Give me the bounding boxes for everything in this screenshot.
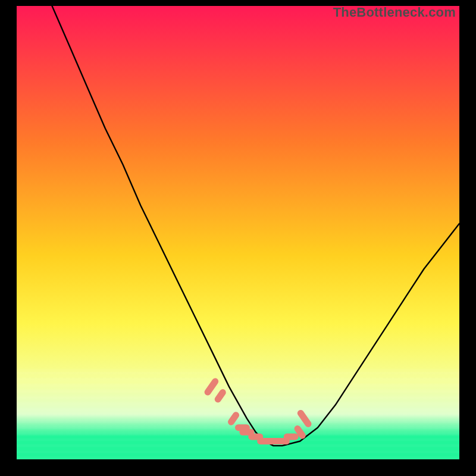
svg-rect-26 <box>17 444 459 447</box>
svg-rect-5 <box>17 381 459 384</box>
svg-rect-23 <box>17 435 459 438</box>
svg-rect-13 <box>17 405 459 408</box>
curve-marker <box>218 393 223 399</box>
curve-marker <box>298 429 302 436</box>
svg-rect-7 <box>17 387 459 390</box>
svg-rect-6 <box>17 384 459 387</box>
curve-marker <box>231 415 236 422</box>
svg-rect-30 <box>17 456 459 459</box>
plot-area <box>17 6 459 459</box>
watermark-text: TheBottleneck.com <box>333 5 456 20</box>
svg-rect-4 <box>17 378 459 381</box>
svg-rect-3 <box>17 375 459 378</box>
svg-rect-10 <box>17 396 459 399</box>
bottleneck-chart <box>17 6 459 459</box>
svg-rect-9 <box>17 393 459 396</box>
svg-rect-24 <box>17 438 459 441</box>
svg-rect-28 <box>17 450 459 453</box>
svg-rect-18 <box>17 420 459 423</box>
svg-rect-14 <box>17 408 459 411</box>
svg-rect-8 <box>17 390 459 393</box>
svg-rect-1 <box>17 369 459 372</box>
svg-rect-22 <box>17 432 459 435</box>
svg-rect-25 <box>17 441 459 444</box>
svg-rect-2 <box>17 372 459 375</box>
svg-rect-27 <box>17 447 459 450</box>
svg-rect-29 <box>17 453 459 456</box>
chart-frame: TheBottleneck.com <box>0 0 476 476</box>
